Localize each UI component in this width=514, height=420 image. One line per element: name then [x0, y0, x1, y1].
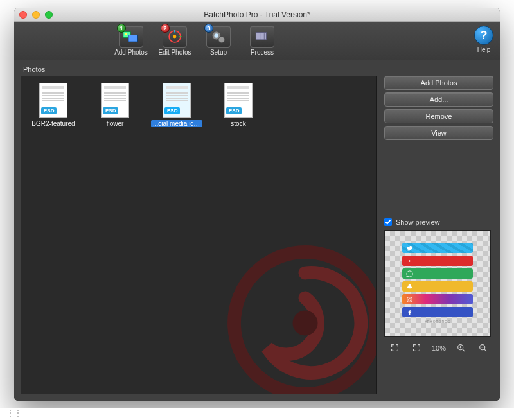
svg-point-8 [215, 33, 219, 38]
file-item-selected[interactable]: PSD ...cial media icons [151, 83, 202, 127]
help-label: Help [477, 46, 491, 53]
toolbar: 1 Add Photos 2 Edit Photos 3 Setup [14, 22, 500, 60]
preview-controls: 10% [384, 340, 493, 356]
psd-tag: PSD [226, 107, 242, 114]
add-photos-toolbar-button[interactable]: 1 Add Photos [111, 26, 152, 56]
zoom-out-icon[interactable] [476, 344, 489, 353]
app-window: BatchPhoto Pro - Trial Version* 1 Add Ph… [14, 8, 500, 401]
add-more-button[interactable]: Add... [384, 92, 493, 107]
file-item[interactable]: PSD stock [213, 83, 264, 127]
window-title: BatchPhoto Pro - Trial Version* [14, 10, 500, 19]
zoom-level-label: 10% [432, 344, 446, 352]
add-photos-icon: 1 [119, 26, 143, 48]
file-label: BGR2-featured [30, 120, 76, 127]
process-toolbar-button[interactable]: Process [242, 26, 283, 56]
file-grid: PSD BGR2-featured PSD flower [21, 76, 376, 134]
svg-point-14 [409, 298, 411, 301]
help-toolbar-button[interactable]: ? Help [474, 26, 493, 53]
show-preview-checkbox[interactable]: Show preview [384, 218, 493, 226]
psd-tag: PSD [41, 107, 57, 114]
svg-point-2 [125, 33, 127, 35]
step-badge-3: 3 [204, 24, 213, 33]
add-photos-label: Add Photos [114, 49, 148, 56]
svg-point-12 [293, 311, 318, 336]
help-icon: ? [474, 26, 493, 45]
zoom-in-icon[interactable] [455, 344, 468, 353]
setup-toolbar-button[interactable]: 3 Setup [198, 26, 239, 56]
twitter-band-icon [402, 243, 473, 253]
psd-file-icon: PSD [101, 83, 129, 118]
toolbar-group: 1 Add Photos 2 Edit Photos 3 Setup [111, 26, 283, 56]
file-label: flower [105, 120, 126, 127]
photos-section-label: Photos [21, 64, 493, 76]
youtube-band-icon [402, 256, 473, 266]
svg-point-9 [218, 37, 225, 43]
titlebar: BatchPhoto Pro - Trial Version* [14, 8, 500, 22]
edit-photos-label: Edit Photos [158, 49, 191, 56]
svg-rect-13 [407, 297, 412, 301]
psd-tag: PSD [103, 107, 118, 114]
fit-collapse-icon[interactable] [389, 344, 402, 353]
show-preview-input[interactable] [384, 218, 392, 226]
file-item[interactable]: PSD flower [89, 83, 141, 127]
show-preview-label: Show preview [396, 218, 439, 226]
content-area: Photos PSD BGR2-featured PSD [14, 60, 500, 401]
file-label: ...cial media icons [151, 120, 202, 127]
view-button[interactable]: View [384, 126, 493, 140]
file-label: stock [229, 120, 247, 127]
preview-panel: #PHOTOREC [384, 230, 491, 337]
add-photos-button[interactable]: Add Photos [384, 76, 493, 90]
background-swirl-icon [222, 240, 377, 394]
process-label: Process [251, 49, 274, 56]
svg-point-11 [235, 252, 377, 394]
setup-label: Setup [210, 49, 227, 56]
preview-watermark: #PHOTOREC [425, 320, 450, 324]
facebook-band-icon [402, 307, 473, 317]
snapchat-band-icon [402, 281, 473, 292]
svg-rect-1 [128, 35, 138, 42]
svg-line-16 [463, 349, 465, 351]
psd-file-icon: PSD [163, 83, 191, 118]
instagram-band-icon [402, 294, 473, 304]
file-item[interactable]: PSD BGR2-featured [28, 83, 79, 127]
preview-image: #PHOTOREC [399, 243, 476, 324]
edit-photos-toolbar-button[interactable]: 2 Edit Photos [154, 26, 195, 56]
psd-file-icon: PSD [224, 83, 253, 118]
svg-line-20 [484, 349, 486, 351]
psd-tag: PSD [164, 107, 180, 114]
psd-file-icon: PSD [39, 83, 67, 118]
edit-photos-icon: 2 [163, 26, 187, 48]
remove-button[interactable]: Remove [384, 109, 493, 123]
setup-icon: 3 [206, 26, 231, 48]
svg-point-4 [173, 35, 177, 39]
whatsapp-band-icon [402, 268, 473, 279]
side-panel: Add Photos Add... Remove View Show previ… [384, 76, 493, 394]
step-badge-2: 2 [161, 24, 170, 33]
photos-panel[interactable]: PSD BGR2-featured PSD flower [21, 76, 377, 394]
fit-expand-icon[interactable] [410, 344, 423, 353]
step-badge-1: 1 [117, 24, 126, 33]
process-icon [250, 26, 274, 48]
